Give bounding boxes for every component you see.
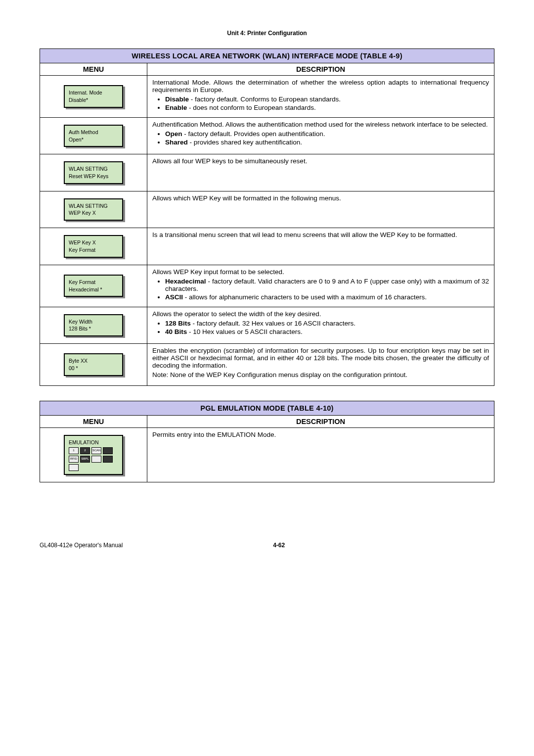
lcd-line2: 00 * [69,365,118,372]
menu-header: MENU [40,415,147,427]
description-note: Note: None of the WEP Key Configuration … [152,371,489,378]
emulation-icon: SBPL [80,456,90,463]
option-text: - factory default. Conforms to European … [189,95,341,103]
lcd-line1: EMULATION [69,439,118,446]
lcd-screen: Auth MethodOpen* [64,125,123,147]
option-list: Disable - factory default. Conforms to E… [152,95,489,111]
emulation-icon: SCAN [91,447,101,454]
description-text: Allows which WEP Key will be formatted i… [152,194,489,202]
option-name: Enable [165,104,187,111]
lcd-screen: EMULATION12SCANRFIDSBPL [64,435,123,475]
description-text: International Mode. Allows the determina… [152,79,489,94]
description-cell: Enables the encryption (scramble) of inf… [147,343,494,385]
description-cell: Allows which WEP Key will be formatted i… [147,191,494,228]
description-cell: Authentification Method. Allows the auth… [147,118,494,154]
option-text: - provides shared key authentification. [188,139,302,146]
menu-cell: WLAN SETTINGReset WEP Keys [40,154,147,191]
description-text: Permits entry into the EMULATION Mode. [152,431,489,438]
menu-cell: Internat. ModeDisable* [40,76,147,118]
menu-cell: Auth MethodOpen* [40,118,147,154]
option-name: 128 Bits [165,320,191,327]
option-name: 40 Bits [165,328,187,335]
lcd-line1: Internat. Mode [69,89,118,96]
wlan-table: WIRELESS LOCAL AREA NETWORK (WLAN) INTER… [40,48,494,386]
lcd-screen: WEP Key XKey Format [64,235,123,257]
emulation-icon [91,456,101,463]
description-text: Allows all four WEP keys to be simultane… [152,157,489,165]
menu-cell: EMULATION12SCANRFIDSBPL [40,427,147,482]
description-text: Enables the encryption (scramble) of inf… [152,347,489,369]
pgl-table: PGL EMULATION MODE (TABLE 4-10) MENU DES… [40,401,494,482]
option-name: ASCII [165,293,183,301]
lcd-line2: Open* [69,136,118,143]
emulation-icons: 12SCANRFIDSBPL [69,447,116,471]
unit-header: Unit 4: Printer Configuration [40,30,494,37]
option-name: Disable [165,95,189,103]
description-cell: Allows the operator to select the width … [147,307,494,343]
emulation-icon: 1 [69,447,79,454]
emulation-icon [103,456,113,463]
option-item: Hexadecimal - factory default. Valid cha… [165,278,489,292]
desc-header: DESCRIPTION [147,415,494,427]
wlan-title: WIRELESS LOCAL AREA NETWORK (WLAN) INTER… [40,49,494,63]
description-text: Allows the operator to select the width … [152,310,489,318]
description-cell: Permits entry into the EMULATION Mode. [147,427,494,482]
option-text: - factory default. Provides open authent… [182,130,325,138]
lcd-line2: Disable* [69,96,118,104]
menu-cell: Key FormatHexadecimal * [40,265,147,307]
lcd-screen: WLAN SETTINGWEP Key X [64,198,123,221]
option-text: - 10 Hex values or 5 ASCII characters. [187,328,302,335]
lcd-screen: Internat. ModeDisable* [64,85,123,107]
desc-header: DESCRIPTION [147,63,494,76]
option-item: Shared - provides shared key authentific… [165,139,489,146]
option-item: 128 Bits - factory default. 32 Hex value… [165,320,489,327]
lcd-line1: WLAN SETTING [69,202,118,210]
lcd-line2: Reset WEP Keys [69,173,118,180]
description-cell: Allows all four WEP keys to be simultane… [147,154,494,191]
lcd-line2: Key Format [69,246,118,254]
option-text: - factory default. Valid characters are … [165,278,489,292]
lcd-line2: Hexadecimal * [69,286,118,293]
description-cell: Is a transitional menu screen that wil l… [147,228,494,265]
option-name: Open [165,130,182,138]
description-text: Allows WEP Key input format to be select… [152,268,489,276]
description-cell: International Mode. Allows the determina… [147,76,494,118]
lcd-line1: Key Format [69,279,118,286]
footer-page: 4-62 [273,542,285,549]
option-item: Enable - does not conform to European st… [165,104,489,111]
emulation-icon: 2 [80,447,90,454]
lcd-screen: WLAN SETTINGReset WEP Keys [64,161,123,184]
description-cell: Allows WEP Key input format to be select… [147,265,494,307]
option-text: - factory default. 32 Hex values or 16 A… [191,320,356,327]
lcd-line1: WLAN SETTING [69,165,118,173]
lcd-line1: WEP Key X [69,239,118,246]
description-text: Is a transitional menu screen that wil l… [152,231,489,238]
footer-left: GL408-412e Operator's Manual [40,542,123,549]
option-name: Hexadecimal [165,278,206,285]
option-item: Open - factory default. Provides open au… [165,130,489,138]
option-item: ASCII - allows for alphanumeric characte… [165,293,489,301]
lcd-screen: Key FormatHexadecimal * [64,275,123,297]
lcd-line1: Key Width [69,318,118,326]
menu-cell: Key Width128 Bits * [40,307,147,343]
option-list: Open - factory default. Provides open au… [152,130,489,146]
page-footer: GL408-412e Operator's Manual 4-62 [40,542,494,549]
option-text: - does not conform to European standards… [187,104,315,111]
lcd-line1: Byte XX [69,357,118,365]
menu-cell: WEP Key XKey Format [40,228,147,265]
lcd-line1: Auth Method [69,129,118,136]
option-name: Shared [165,139,188,146]
option-item: Disable - factory default. Conforms to E… [165,95,489,103]
menu-cell: Byte XX00 * [40,343,147,385]
lcd-screen: Byte XX00 * [64,353,123,376]
pgl-title: PGL EMULATION MODE (TABLE 4-10) [40,401,494,415]
lcd-screen: Key Width128 Bits * [64,314,123,336]
lcd-line2: 128 Bits * [69,325,118,332]
option-text: - allows for alphanumeric characters to … [183,293,427,301]
option-list: 128 Bits - factory default. 32 Hex value… [152,320,489,335]
menu-header: MENU [40,63,147,76]
option-item: 40 Bits - 10 Hex values or 5 ASCII chara… [165,328,489,335]
menu-cell: WLAN SETTINGWEP Key X [40,191,147,228]
emulation-icon: RFID [69,456,79,463]
emulation-icon [103,447,113,454]
